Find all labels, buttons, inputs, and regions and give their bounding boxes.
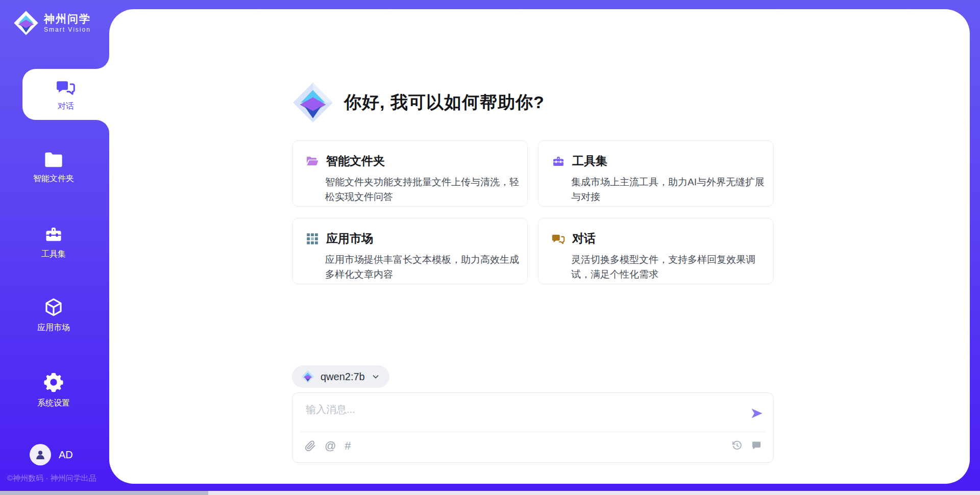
app-logo-diamond-icon xyxy=(292,82,334,123)
person-icon xyxy=(34,448,47,461)
card-title: 智能文件夹 xyxy=(326,153,385,169)
brand-name: 神州问学 xyxy=(44,13,91,24)
card-smart-folder[interactable]: 智能文件夹 智能文件夹功能支持批量文件上传与清洗，轻松实现文件问答 xyxy=(292,140,528,207)
composer-divider xyxy=(301,432,765,432)
card-title: 对话 xyxy=(572,231,596,246)
user-profile[interactable]: AD xyxy=(30,444,73,465)
chevron-down-icon xyxy=(371,372,380,381)
tab-fillet-bottom xyxy=(96,120,109,133)
sidebar-item-app-market[interactable]: 应用市场 xyxy=(10,297,97,333)
sidebar-item-label: 应用市场 xyxy=(37,323,70,333)
card-description: 智能文件夹功能支持批量文件上传与清洗，轻松实现文件问答 xyxy=(325,175,525,204)
sidebar-item-settings[interactable]: 系统设置 xyxy=(10,372,97,409)
chat-icon xyxy=(552,232,565,245)
greeting-text: 你好, 我可以如何帮助你? xyxy=(344,91,545,114)
card-toolbox[interactable]: 工具集 集成市场上主流工具，助力AI与外界无缝扩展与对接 xyxy=(538,140,774,207)
chat-icon xyxy=(56,78,76,97)
model-name: qwen2:7b xyxy=(321,371,365,383)
topic-hash-icon[interactable]: # xyxy=(345,440,351,452)
toolbox-icon xyxy=(552,155,565,168)
scrollbar-thumb[interactable] xyxy=(0,491,208,495)
sidebar-footer: ©神州数码 · 神州问学出品 xyxy=(7,474,96,483)
send-icon[interactable] xyxy=(750,406,764,420)
card-description: 应用市场提供丰富长文本模板，助力高效生成多样化文章内容 xyxy=(325,253,525,282)
message-composer: @ # xyxy=(292,392,774,463)
history-icon[interactable] xyxy=(731,440,743,451)
sidebar-item-label: 工具集 xyxy=(41,249,66,260)
card-description: 集成市场上主流工具，助力AI与外界无缝扩展与对接 xyxy=(571,175,771,204)
brand-logo-diamond-icon xyxy=(13,10,39,36)
gear-icon xyxy=(43,372,64,393)
sidebar-item-label: 系统设置 xyxy=(37,398,70,409)
feature-cards: 智能文件夹 智能文件夹功能支持批量文件上传与清洗，轻松实现文件问答 工具集 集成… xyxy=(292,140,774,284)
sidebar-item-label: 对话 xyxy=(58,101,74,112)
mention-icon[interactable]: @ xyxy=(325,440,336,452)
sidebar-item-smart-folder[interactable]: 智能文件夹 xyxy=(10,151,97,184)
app-window: 神州问学 Smart Vision 对话 智能文件夹 xyxy=(0,0,980,495)
user-initials: AD xyxy=(59,449,73,461)
brand-subtitle: Smart Vision xyxy=(44,26,91,33)
folder-open-icon xyxy=(306,155,319,167)
greeting: 你好, 我可以如何帮助你? xyxy=(292,82,545,123)
horizontal-scrollbar[interactable] xyxy=(0,491,980,495)
brand: 神州问学 Smart Vision xyxy=(13,10,91,36)
attachment-icon[interactable] xyxy=(305,440,316,452)
toolbox-icon xyxy=(44,225,63,244)
grid-icon xyxy=(306,232,319,245)
model-diamond-icon xyxy=(301,370,314,383)
tab-fillet-top xyxy=(96,56,109,69)
cube-icon xyxy=(43,297,64,317)
card-chat[interactable]: 对话 灵活切换多模型文件，支持多样回复效果调试，满足个性化需求 xyxy=(538,218,774,284)
model-selector[interactable]: qwen2:7b xyxy=(292,365,389,388)
conversation-bubble-icon[interactable] xyxy=(751,440,762,451)
card-description: 灵活切换多模型文件，支持多样回复效果调试，满足个性化需求 xyxy=(571,253,771,282)
sidebar-item-toolbox[interactable]: 工具集 xyxy=(10,225,97,260)
folder-icon xyxy=(44,151,63,168)
avatar xyxy=(30,444,51,465)
sidebar-item-label: 智能文件夹 xyxy=(33,174,74,184)
card-title: 工具集 xyxy=(572,153,607,169)
message-input[interactable] xyxy=(305,399,733,419)
card-title: 应用市场 xyxy=(326,231,373,246)
sidebar-item-chat[interactable]: 对话 xyxy=(22,69,111,120)
card-app-market[interactable]: 应用市场 应用市场提供丰富长文本模板，助力高效生成多样化文章内容 xyxy=(292,218,528,284)
